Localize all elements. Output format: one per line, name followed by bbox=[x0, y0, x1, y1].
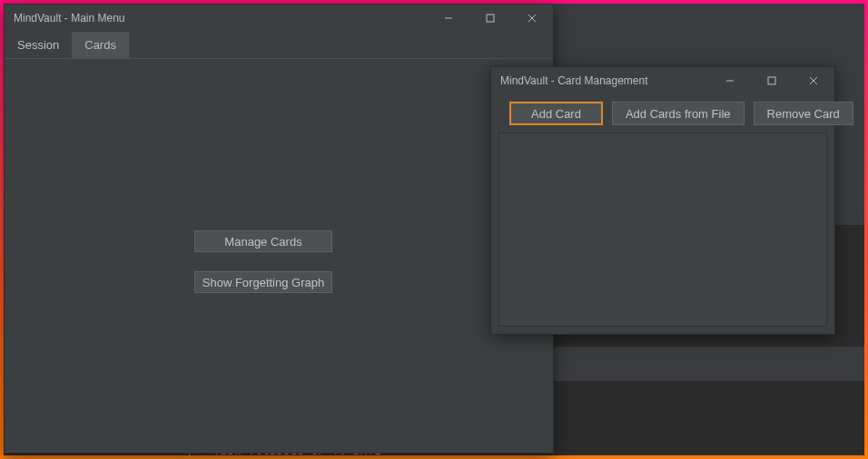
minimize-button[interactable] bbox=[709, 67, 751, 94]
svg-rect-1 bbox=[487, 15, 494, 22]
tab-cards[interactable]: Cards bbox=[72, 32, 129, 58]
manage-cards-button[interactable]: Manage Cards bbox=[194, 230, 332, 252]
main-tabs: Session Cards bbox=[5, 32, 553, 59]
maximize-button[interactable] bbox=[751, 67, 793, 94]
tab-session[interactable]: Session bbox=[5, 32, 72, 58]
svg-rect-5 bbox=[768, 77, 775, 84]
card-window-title: MindVault - Card Management bbox=[491, 74, 709, 87]
maximize-button[interactable] bbox=[469, 5, 511, 32]
main-menu-window: MindVault - Main Menu Session bbox=[4, 4, 554, 454]
minimize-button[interactable] bbox=[428, 5, 469, 32]
button-label: Remove Card bbox=[767, 107, 840, 121]
button-label: Manage Cards bbox=[224, 235, 301, 249]
add-cards-from-file-button[interactable]: Add Cards from File bbox=[612, 102, 745, 125]
button-label: Add Card bbox=[531, 107, 581, 121]
add-card-button[interactable]: Add Card bbox=[509, 102, 603, 125]
main-titlebar: MindVault - Main Menu bbox=[5, 5, 553, 32]
show-forgetting-graph-button[interactable]: Show Forgetting Graph bbox=[194, 271, 332, 293]
main-window-title: MindVault - Main Menu bbox=[5, 12, 428, 24]
close-button[interactable] bbox=[793, 67, 834, 94]
tab-label: Session bbox=[17, 38, 59, 52]
button-label: Add Cards from File bbox=[626, 107, 731, 121]
card-management-window: MindVault - Card Management Add Card bbox=[490, 66, 835, 335]
card-toolbar: Add Card Add Cards from File Remove Card bbox=[491, 94, 834, 132]
close-button[interactable] bbox=[511, 5, 553, 32]
button-label: Show Forgetting Graph bbox=[202, 276, 324, 289]
card-titlebar: MindVault - Card Management bbox=[491, 67, 834, 94]
remove-card-button[interactable]: Remove Card bbox=[754, 102, 853, 125]
tab-label: Cards bbox=[84, 38, 116, 52]
card-list-panel[interactable] bbox=[498, 132, 827, 327]
